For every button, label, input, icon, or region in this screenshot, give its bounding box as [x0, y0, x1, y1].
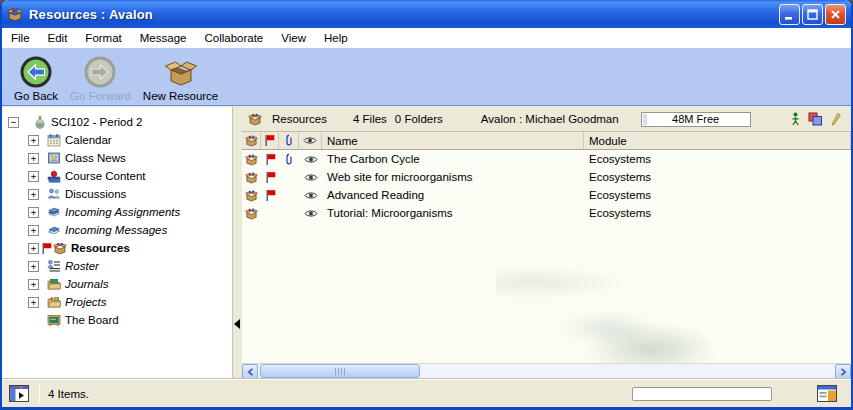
module-column-header[interactable]: Module [584, 132, 851, 149]
expand-icon[interactable]: + [28, 225, 39, 236]
new-resource-icon [162, 54, 200, 90]
paperclip-icon [279, 153, 299, 166]
expand-icon[interactable]: + [28, 279, 39, 290]
menu-edit[interactable]: Edit [39, 29, 77, 47]
tree-item-label: Class News [65, 152, 126, 164]
expand-icon[interactable]: + [28, 171, 39, 182]
scroll-right-icon[interactable] [835, 364, 851, 379]
type-column-box-icon[interactable] [242, 132, 261, 149]
new-resource-label: New Resource [143, 90, 218, 102]
resource-row-2[interactable]: Web site for microorganisms Ecosystems [242, 168, 851, 186]
name-column-header[interactable]: Name [322, 132, 584, 149]
resource-name[interactable]: Advanced Reading [322, 189, 584, 201]
resource-row-1[interactable]: The Carbon Cycle Ecosystems [242, 150, 851, 168]
expand-icon[interactable]: + [28, 153, 39, 164]
person-icon[interactable] [791, 112, 800, 126]
menu-help[interactable]: Help [315, 29, 357, 47]
tree-root-sci102[interactable]: − SCI102 - Period 2 [2, 113, 232, 131]
menu-view[interactable]: View [272, 29, 315, 47]
maximize-button[interactable] [802, 4, 823, 25]
account-label: Avalon : Michael Goodman [481, 113, 619, 125]
resources-box-icon [248, 112, 262, 126]
tree-item-label: Projects [65, 296, 107, 308]
resource-box-icon [242, 153, 261, 166]
tree-item-projects[interactable]: + Projects [2, 293, 232, 311]
go-back-button[interactable]: Go Back [8, 52, 64, 104]
calendar-icon [47, 133, 61, 147]
menu-file[interactable]: File [2, 29, 39, 47]
menu-message[interactable]: Message [131, 29, 196, 47]
free-space-indicator: 48M Free [641, 112, 751, 127]
resource-box-icon [242, 171, 261, 184]
scroll-left-icon[interactable] [242, 364, 258, 379]
eye-icon [299, 209, 322, 218]
resource-module: Ecosystems [584, 189, 851, 201]
projects-icon [47, 295, 61, 309]
info-bar: Resources 4 Files 0 Folders Avalon : Mic… [242, 107, 851, 132]
roster-icon [47, 259, 61, 273]
tree-item-label: Journals [65, 278, 108, 290]
tree-item-calendar[interactable]: + Calendar [2, 131, 232, 149]
expand-icon[interactable]: + [28, 207, 39, 218]
attachment-column-icon[interactable] [279, 132, 299, 149]
flask-icon [33, 115, 47, 129]
menu-format[interactable]: Format [76, 29, 130, 47]
menu-collaborate[interactable]: Collaborate [195, 29, 272, 47]
items-count: 4 Items. [48, 388, 89, 400]
eye-icon [299, 191, 322, 200]
visibility-column-icon[interactable] [299, 132, 322, 149]
tree-item-roster[interactable]: + Roster [2, 257, 232, 275]
tree-item-label: Calendar [65, 134, 112, 146]
resource-module: Ecosystems [584, 207, 851, 219]
layout-icon[interactable] [817, 385, 837, 402]
resource-name[interactable]: The Carbon Cycle [322, 153, 584, 165]
used-space-bar [643, 114, 647, 125]
tree-item-course-content[interactable]: + Course Content [2, 167, 232, 185]
collapse-panel-icon[interactable] [234, 319, 240, 329]
go-back-icon [19, 54, 53, 90]
collapse-icon[interactable]: − [8, 117, 19, 128]
expand-icon[interactable]: + [28, 261, 39, 272]
tree-item-class-news[interactable]: + Class News [2, 149, 232, 167]
board-icon [47, 313, 61, 327]
tree-item-the-board[interactable]: The Board [2, 311, 232, 329]
expand-icon[interactable]: + [28, 243, 39, 254]
minimize-button[interactable] [779, 4, 800, 25]
flag-column-icon[interactable] [261, 132, 279, 149]
tree-item-journals[interactable]: + Journals [2, 275, 232, 293]
tree-item-resources[interactable]: + Resources [2, 239, 232, 257]
status-progress-field [632, 387, 772, 401]
tree-item-incoming-messages[interactable]: + Incoming Messages [2, 221, 232, 239]
files-count: 4 Files [353, 113, 387, 125]
menu-bar: File Edit Format Message Collaborate Vie… [2, 28, 851, 48]
tree-item-discussions[interactable]: + Discussions [2, 185, 232, 203]
scrollbar-track[interactable] [258, 364, 835, 379]
new-resource-button[interactable]: New Resource [137, 52, 224, 104]
copy-icon[interactable] [808, 112, 823, 126]
flag-icon [261, 171, 279, 184]
expand-icon[interactable]: + [28, 297, 39, 308]
resource-list: The Carbon Cycle Ecosystems Web site for… [242, 150, 851, 363]
panel-splitter[interactable] [232, 107, 242, 379]
resource-name[interactable]: Web site for microorganisms [322, 171, 584, 183]
expand-icon[interactable]: + [28, 135, 39, 146]
close-button[interactable] [825, 4, 846, 25]
folders-count: 0 Folders [395, 113, 443, 125]
resource-module: Ecosystems [584, 171, 851, 183]
scrollbar-thumb[interactable] [260, 364, 420, 378]
resource-row-3[interactable]: Advanced Reading Ecosystems [242, 186, 851, 204]
go-forward-button[interactable]: Go Forward [64, 52, 137, 104]
panel-title: Resources [272, 113, 327, 125]
eye-icon [299, 155, 322, 164]
title-bar[interactable]: Resources : Avalon [2, 0, 851, 28]
tree-item-incoming-assignments[interactable]: + Incoming Assignments [2, 203, 232, 221]
panel-toggle-icon[interactable] [9, 385, 29, 402]
resource-name[interactable]: Tutorial: Microorganisms [322, 207, 584, 219]
go-forward-icon [83, 54, 117, 90]
resource-row-4[interactable]: Tutorial: Microorganisms Ecosystems [242, 204, 851, 222]
thumb-gripper [335, 368, 346, 375]
pencil-icon[interactable] [831, 112, 841, 126]
expand-icon[interactable]: + [28, 189, 39, 200]
flag-icon [261, 189, 279, 202]
horizontal-scrollbar[interactable] [242, 363, 851, 379]
